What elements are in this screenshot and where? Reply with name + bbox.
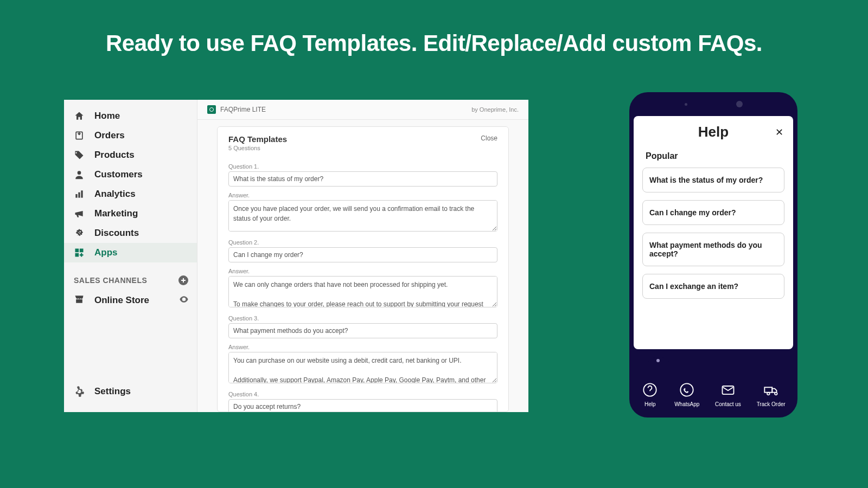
question-input[interactable]: [228, 399, 497, 412]
answer-label: Answer.: [228, 344, 497, 350]
close-button[interactable]: Close: [481, 134, 497, 142]
sidebar-label: Settings: [94, 386, 131, 397]
add-channel-icon[interactable]: [178, 275, 188, 285]
question-input[interactable]: [228, 323, 497, 338]
sidebar-label: Home: [94, 111, 120, 121]
nav-contact[interactable]: Contact us: [715, 381, 741, 407]
faq-item[interactable]: What is the status of my order?: [642, 168, 784, 192]
app-header: FAQPrime LITE by Oneprime, Inc.: [197, 100, 528, 120]
qa-list: Question 1. Answer. Question 2. Answer. …: [218, 156, 508, 412]
app-byline: by Oneprime, Inc.: [471, 106, 519, 113]
phone-notch: [629, 92, 797, 116]
phone-mock: Help ✕ Popular What is the status of my …: [629, 92, 797, 418]
answer-textarea[interactable]: [228, 200, 497, 232]
sidebar-item-marketing[interactable]: Marketing: [64, 204, 197, 223]
sidebar-label: Products: [94, 150, 135, 160]
discount-icon: [74, 228, 85, 239]
apps-icon: [74, 247, 85, 258]
whatsapp-icon: [678, 381, 695, 399]
svg-point-1: [78, 171, 81, 175]
svg-rect-2: [75, 194, 77, 198]
card-subtitle: 5 Questions: [228, 145, 287, 151]
svg-point-9: [681, 383, 693, 396]
answer-textarea[interactable]: [228, 276, 497, 307]
close-icon[interactable]: ✕: [775, 126, 783, 138]
nav-label: Help: [644, 401, 656, 407]
answer-label: Answer.: [228, 192, 497, 198]
orders-icon: [74, 130, 85, 141]
truck-icon: [762, 381, 780, 399]
nav-bump: [647, 357, 671, 376]
page-headline: Ready to use FAQ Templates. Edit/Replace…: [0, 0, 868, 78]
question-input[interactable]: [228, 247, 497, 262]
help-title: Help: [698, 124, 729, 140]
mail-icon: [719, 381, 737, 399]
question-input[interactable]: [228, 171, 497, 187]
faq-template-card: FAQ Templates 5 Questions Close Question…: [217, 126, 509, 412]
faq-item[interactable]: Can I change my order?: [642, 200, 784, 225]
sidebar: Home Orders Products Customers Analytics…: [64, 100, 197, 412]
help-icon: [641, 381, 659, 399]
question-label: Question 4.: [228, 391, 497, 397]
channel-online-store[interactable]: Online Store: [64, 288, 197, 311]
eye-icon[interactable]: [178, 294, 189, 307]
sidebar-label: Apps: [94, 247, 118, 258]
svg-rect-6: [80, 249, 84, 253]
faq-item[interactable]: What payment methods do you accept?: [642, 233, 784, 266]
sidebar-label: Customers: [94, 169, 143, 180]
popular-label: Popular: [640, 149, 787, 168]
phone-screen: Help ✕ Popular What is the status of my …: [634, 116, 793, 349]
svg-rect-3: [78, 192, 80, 198]
question-label: Question 1.: [228, 163, 497, 170]
svg-rect-5: [75, 249, 79, 253]
sidebar-label: Marketing: [94, 208, 138, 219]
app-name: FAQPrime LITE: [220, 106, 266, 113]
sidebar-label: Analytics: [94, 189, 136, 200]
app-badge: FAQPrime LITE: [207, 105, 266, 114]
sidebar-item-orders[interactable]: Orders: [64, 126, 197, 145]
store-icon: [74, 294, 85, 307]
question-label: Question 2.: [228, 239, 497, 246]
sidebar-label: Orders: [94, 130, 125, 141]
answer-label: Answer.: [228, 268, 497, 274]
sidebar-item-products[interactable]: Products: [64, 145, 197, 165]
channel-label: Online Store: [94, 295, 169, 306]
nav-label: Contact us: [715, 401, 741, 407]
app-logo-icon: [207, 105, 216, 114]
gear-icon: [74, 386, 85, 397]
nav-label: WhatsApp: [674, 401, 699, 407]
sidebar-item-customers[interactable]: Customers: [64, 165, 197, 184]
sidebar-label: Discounts: [94, 228, 139, 239]
svg-rect-4: [81, 190, 82, 197]
megaphone-icon: [74, 208, 85, 219]
sidebar-item-discounts[interactable]: Discounts: [64, 223, 197, 243]
faq-item[interactable]: Can I exchange an item?: [642, 274, 784, 299]
svg-rect-11: [764, 387, 772, 392]
help-header: Help ✕: [640, 124, 787, 140]
sidebar-item-home[interactable]: Home: [64, 106, 197, 126]
phone-bottom-nav: Help WhatsApp Contact us Track Order: [634, 367, 793, 412]
card-title: FAQ Templates: [228, 134, 287, 144]
answer-textarea[interactable]: [228, 352, 497, 383]
chart-icon: [74, 189, 85, 200]
sidebar-item-apps[interactable]: Apps: [64, 243, 197, 262]
nav-whatsapp[interactable]: WhatsApp: [674, 381, 699, 407]
home-icon: [74, 111, 85, 121]
admin-panel: Home Orders Products Customers Analytics…: [64, 100, 528, 412]
sales-channels-label: SALES CHANNELS: [74, 276, 147, 285]
tag-icon: [74, 150, 85, 160]
svg-rect-7: [75, 253, 79, 257]
sales-channels-header: SALES CHANNELS: [64, 272, 197, 288]
question-label: Question 3.: [228, 315, 497, 322]
sidebar-item-settings[interactable]: Settings: [64, 382, 197, 401]
user-icon: [74, 169, 85, 180]
main-area: FAQPrime LITE by Oneprime, Inc. FAQ Temp…: [197, 100, 528, 412]
nav-help[interactable]: Help: [641, 381, 659, 407]
sidebar-item-analytics[interactable]: Analytics: [64, 184, 197, 204]
nav-label: Track Order: [757, 401, 786, 407]
nav-track[interactable]: Track Order: [757, 381, 786, 407]
